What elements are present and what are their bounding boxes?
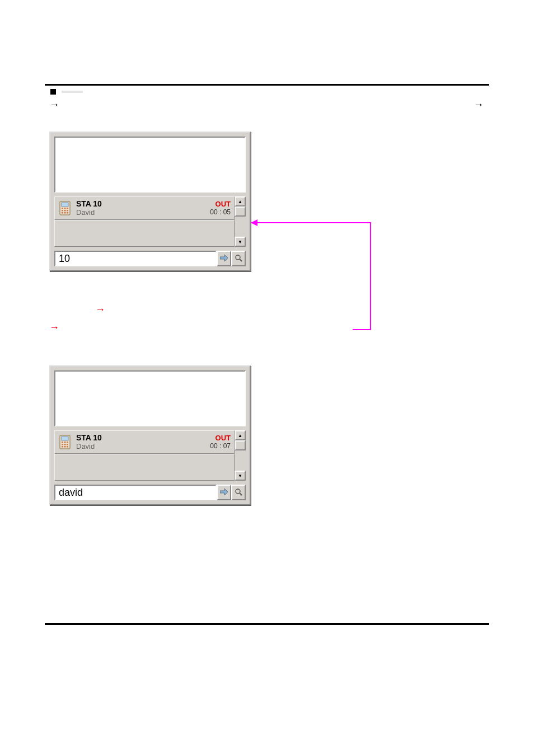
item-title: STA 10 bbox=[76, 434, 205, 442]
svg-rect-21 bbox=[67, 444, 68, 445]
svg-rect-17 bbox=[64, 442, 66, 443]
search-button[interactable] bbox=[231, 251, 246, 266]
arrow-right-icon: → bbox=[49, 99, 59, 111]
arrow-right-icon: → bbox=[49, 322, 59, 334]
list-area: STA 10 David OUT 00 : 07 ▲ ▼ bbox=[54, 430, 246, 481]
svg-rect-24 bbox=[67, 446, 68, 448]
svg-line-12 bbox=[240, 259, 242, 261]
item-time: 00 : 07 bbox=[210, 443, 231, 450]
svg-point-11 bbox=[236, 255, 240, 260]
call-list: STA 10 David OUT 00 : 07 bbox=[54, 430, 235, 481]
svg-rect-1 bbox=[62, 203, 68, 206]
dial-input[interactable]: david bbox=[54, 485, 217, 500]
display-area bbox=[54, 137, 246, 192]
svg-rect-20 bbox=[64, 444, 66, 445]
ui-panel-1: STA 10 David OUT 00 : 05 ▲ ▼ 10 bbox=[49, 132, 251, 271]
svg-rect-10 bbox=[67, 212, 68, 214]
svg-rect-19 bbox=[62, 444, 63, 445]
scroll-track[interactable] bbox=[235, 450, 246, 471]
item-title: STA 10 bbox=[76, 200, 205, 208]
svg-point-25 bbox=[236, 489, 240, 494]
go-button[interactable] bbox=[217, 251, 231, 266]
status-badge: OUT bbox=[216, 200, 231, 208]
arrow-right-icon bbox=[220, 488, 228, 497]
scroll-track[interactable] bbox=[235, 217, 246, 237]
svg-rect-4 bbox=[67, 208, 68, 209]
item-right: OUT 00 : 07 bbox=[210, 434, 231, 449]
arrow-right-icon: → bbox=[474, 99, 484, 111]
svg-rect-18 bbox=[67, 442, 68, 443]
list-area: STA 10 David OUT 00 : 05 ▲ ▼ bbox=[54, 196, 246, 247]
svg-line-26 bbox=[240, 493, 242, 495]
svg-rect-9 bbox=[64, 212, 66, 214]
instruction-row-3: → bbox=[49, 320, 489, 335]
display-area bbox=[54, 370, 246, 426]
go-button[interactable] bbox=[217, 485, 231, 500]
scroll-up-button[interactable]: ▲ bbox=[235, 430, 246, 440]
input-row: david bbox=[54, 485, 246, 500]
svg-rect-2 bbox=[62, 208, 63, 209]
ui-panel-2: STA 10 David OUT 00 : 07 ▲ ▼ davi bbox=[49, 365, 251, 505]
instruction-row-2: → bbox=[95, 302, 489, 317]
magnifier-icon bbox=[235, 488, 242, 497]
dial-input[interactable]: 10 bbox=[54, 251, 217, 266]
section-header bbox=[45, 89, 489, 95]
top-rule bbox=[45, 84, 489, 86]
phone-icon bbox=[58, 434, 72, 450]
instruction-row-1: → → bbox=[49, 97, 489, 112]
svg-rect-22 bbox=[62, 446, 63, 448]
item-text: STA 10 David bbox=[76, 200, 205, 217]
list-item[interactable]: STA 10 David OUT 00 : 07 bbox=[54, 430, 235, 454]
arrow-right-icon: → bbox=[95, 304, 105, 316]
list-item[interactable]: STA 10 David OUT 00 : 05 bbox=[54, 196, 235, 220]
search-button[interactable] bbox=[231, 485, 246, 500]
scrollbar[interactable]: ▲ ▼ bbox=[235, 430, 246, 481]
dial-input-value: 10 bbox=[59, 253, 70, 265]
scroll-thumb[interactable] bbox=[235, 440, 246, 450]
scroll-down-button[interactable]: ▼ bbox=[235, 471, 246, 481]
list-empty-row bbox=[54, 454, 235, 481]
item-time: 00 : 05 bbox=[210, 209, 231, 216]
dial-input-value: david bbox=[59, 487, 83, 499]
magnifier-icon bbox=[235, 254, 242, 264]
section-label bbox=[62, 91, 83, 93]
scrollbar[interactable]: ▲ ▼ bbox=[235, 196, 246, 247]
svg-rect-16 bbox=[62, 442, 63, 443]
svg-rect-3 bbox=[64, 208, 66, 209]
svg-rect-15 bbox=[62, 436, 68, 440]
item-subtitle: David bbox=[76, 443, 205, 450]
phone-icon bbox=[58, 200, 72, 217]
svg-rect-5 bbox=[62, 210, 63, 212]
svg-rect-7 bbox=[67, 210, 68, 212]
svg-rect-8 bbox=[62, 212, 63, 214]
scroll-thumb[interactable] bbox=[235, 206, 246, 217]
svg-rect-6 bbox=[64, 210, 66, 212]
item-right: OUT 00 : 05 bbox=[210, 200, 231, 215]
item-text: STA 10 David bbox=[76, 434, 205, 450]
input-row: 10 bbox=[54, 251, 246, 266]
bullet-square-icon bbox=[50, 89, 56, 95]
call-list: STA 10 David OUT 00 : 05 bbox=[54, 196, 235, 247]
scroll-down-button[interactable]: ▼ bbox=[235, 237, 246, 247]
scroll-up-button[interactable]: ▲ bbox=[235, 196, 246, 206]
item-subtitle: David bbox=[76, 209, 205, 217]
svg-marker-13 bbox=[251, 219, 257, 226]
list-empty-row bbox=[54, 220, 235, 247]
status-badge: OUT bbox=[216, 434, 231, 442]
svg-rect-23 bbox=[64, 446, 66, 448]
bottom-rule bbox=[45, 623, 489, 625]
arrow-right-icon bbox=[220, 254, 228, 263]
